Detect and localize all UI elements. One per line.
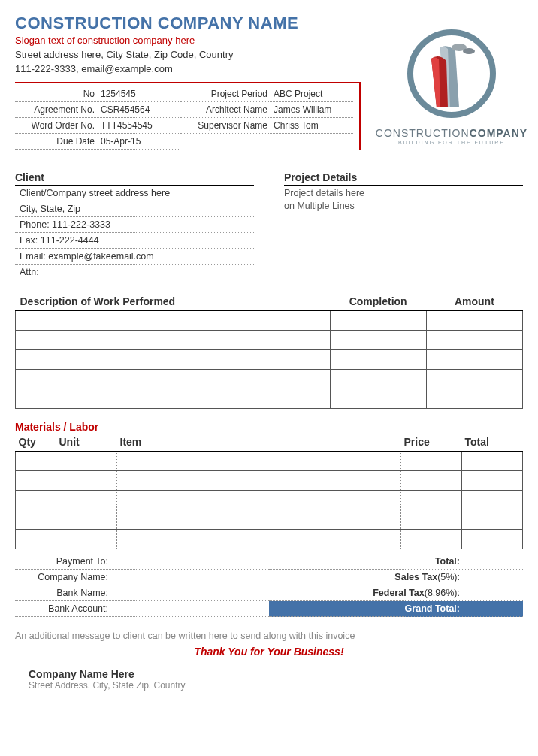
- client-title: Client: [15, 170, 254, 186]
- mat-header-total: Total: [462, 433, 523, 452]
- payment-info: Payment To: Company Name: Bank Name: Ban…: [15, 554, 269, 617]
- table-row: [16, 491, 523, 510]
- work-header-amount: Amount: [426, 292, 522, 311]
- grand-total-label: Grand Total:: [405, 603, 460, 614]
- client-city: City, State, Zip: [15, 201, 254, 217]
- table-row: [16, 510, 523, 530]
- mat-header-unit: Unit: [56, 433, 117, 452]
- company-logo: CONSTRUCTIONCOMPANY BUILDING FOR THE FUT…: [380, 14, 523, 156]
- federal-tax-label: Federal Tax: [373, 588, 425, 598]
- mat-header-qty: Qty: [16, 433, 56, 452]
- logo-tagline: BUILDING FOR THE FUTURE: [398, 140, 505, 145]
- meta-agreement-label: Agreement No.: [15, 102, 98, 118]
- meta-agreement-value: CSR454564: [98, 102, 180, 118]
- meta-architect-value: James William: [271, 102, 353, 118]
- company-contact: 111-222-3333, email@example.com: [15, 63, 373, 74]
- company-slogan: Slogan text of construction company here: [15, 35, 373, 46]
- meta-order-value: TTT4554545: [98, 118, 180, 134]
- total-label: Total:: [435, 556, 460, 567]
- table-row: [16, 331, 523, 350]
- footer-message: An additional message to client can be w…: [15, 631, 523, 641]
- company-address: Street address here, City State, Zip Cod…: [15, 49, 373, 60]
- meta-no-label: No: [15, 86, 98, 102]
- project-box: Project Details Project details here on …: [284, 170, 523, 280]
- payment-bank-label: Bank Name:: [15, 588, 113, 598]
- logo-brand-text: CONSTRUCTIONCOMPANY: [376, 127, 527, 139]
- mat-header-item: Item: [117, 433, 401, 452]
- table-row: [16, 311, 523, 331]
- work-header-desc: Description of Work Performed: [16, 292, 331, 311]
- client-phone: Phone: 111-222-3333: [15, 217, 254, 233]
- sales-tax-label: Sales Tax: [394, 572, 437, 582]
- payment-to-label: Payment To:: [15, 556, 113, 567]
- totals-info: Total: Sales Tax (5%): Federal Tax (8.96…: [269, 554, 523, 617]
- meta-supervisor-value: Chriss Tom: [271, 118, 353, 134]
- table-row: [16, 350, 523, 370]
- work-header-completion: Completion: [330, 292, 426, 311]
- company-name: CONSTRUCTION COMPANY NAME: [15, 14, 373, 33]
- table-row: [16, 452, 523, 471]
- building-logo-icon: [403, 25, 500, 122]
- project-line2: on Multiple Lines: [284, 201, 523, 213]
- client-email: Email: example@fakeemail.com: [15, 249, 254, 265]
- table-row: [16, 389, 523, 409]
- meta-supervisor-label: Supervisor Name: [180, 118, 271, 134]
- payment-account-label: Bank Account:: [15, 603, 113, 614]
- client-address: Client/Company street address here: [15, 186, 254, 201]
- meta-period-label: Project Period: [180, 86, 271, 102]
- client-box: Client Client/Company street address her…: [15, 170, 254, 280]
- meta-due-label: Due Date: [15, 134, 98, 150]
- table-row: [16, 370, 523, 389]
- mat-header-price: Price: [401, 433, 462, 452]
- meta-due-value: 05-Apr-15: [98, 134, 180, 150]
- project-title: Project Details: [284, 170, 523, 186]
- meta-no-value: 1254545: [98, 86, 180, 102]
- meta-order-label: Word Order No.: [15, 118, 98, 134]
- sales-tax-pct: (5%):: [437, 572, 460, 582]
- payment-company-label: Company Name:: [15, 572, 113, 582]
- work-table: Description of Work Performed Completion…: [15, 292, 523, 409]
- federal-tax-pct: (8.96%):: [425, 588, 460, 598]
- footer-company-address: Street Address, City, State Zip, Country: [15, 680, 523, 691]
- svg-point-2: [463, 48, 475, 54]
- client-fax: Fax: 111-222-4444: [15, 233, 254, 249]
- footer-company-name: Company Name Here: [15, 668, 523, 680]
- materials-title: Materials / Labor: [15, 421, 523, 433]
- table-row: [16, 471, 523, 491]
- meta-architect-label: Architect Name: [180, 102, 271, 118]
- table-row: [16, 530, 523, 549]
- thank-you-message: Thank You for Your Business!: [15, 646, 523, 658]
- materials-table: Qty Unit Item Price Total: [15, 433, 523, 549]
- client-attn: Attn:: [15, 265, 254, 280]
- project-line1: Project details here: [284, 186, 523, 201]
- invoice-meta: No 1254545 Project Period ABC Project Ag…: [15, 82, 361, 150]
- meta-period-value: ABC Project: [271, 86, 353, 102]
